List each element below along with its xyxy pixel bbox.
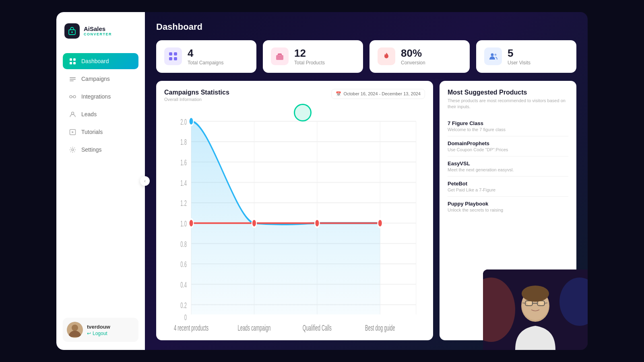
- products-subtitle: These products are most recommended to v…: [448, 98, 568, 110]
- sidebar-item-campaigns[interactable]: Campaigns: [63, 71, 138, 87]
- integrations-icon: [68, 93, 76, 101]
- svg-text:Qualified Calls: Qualified Calls: [303, 323, 332, 332]
- users-stat-icon: [484, 47, 502, 65]
- logo-text: AiSales CONVERTER: [84, 26, 112, 37]
- product-item-4[interactable]: Puppy Playbook Unlock the secrets to rai…: [448, 197, 568, 216]
- stat-card-campaigns: 4 Total Campaigns: [156, 40, 256, 73]
- conversion-stat-number: 80%: [401, 47, 425, 59]
- conversion-stat-icon: [378, 47, 395, 65]
- stat-card-products: 12 Total Products: [263, 40, 363, 73]
- video-svg: [483, 269, 588, 350]
- chart-svg: 2.0 1.8 1.6 1.4 1.2 1.0 0.8 0.6 0.4 0.2 …: [164, 107, 425, 335]
- logout-button[interactable]: ↩ Logout: [87, 331, 134, 336]
- sidebar-label-settings: Settings: [81, 146, 102, 153]
- settings-icon: [68, 146, 76, 154]
- sidebar-label-integrations: Integrations: [81, 93, 111, 100]
- svg-point-50: [189, 117, 193, 125]
- sidebar-item-integrations[interactable]: Integrations: [63, 88, 138, 105]
- product-name-3: PeteBot: [448, 181, 568, 187]
- svg-point-22: [491, 53, 494, 56]
- svg-rect-18: [169, 57, 172, 60]
- logo-title: AiSales: [84, 26, 112, 33]
- product-desc-1: Use Coupon Code "DP":Prices: [448, 147, 568, 152]
- svg-point-23: [495, 54, 497, 56]
- date-range[interactable]: 📅 October 16, 2024 - December 13, 2024: [331, 89, 425, 99]
- product-name-4: Puppy Playbook: [448, 201, 568, 207]
- product-desc-0: Welcome to the 7 figure class: [448, 127, 568, 132]
- svg-text:Best dog guide: Best dog guide: [365, 323, 395, 332]
- users-stat-content: 5 User Visits: [508, 47, 530, 66]
- svg-point-74: [522, 286, 549, 302]
- user-area: tverdouw ↩ Logout: [63, 318, 138, 342]
- svg-point-54: [189, 219, 193, 227]
- product-item-1[interactable]: DomainProphets Use Coupon Code "DP":Pric…: [448, 136, 568, 156]
- svg-point-57: [378, 219, 382, 227]
- svg-text:1.2: 1.2: [180, 198, 187, 207]
- sidebar-item-leads[interactable]: Leads: [63, 106, 138, 122]
- sidebar-item-dashboard[interactable]: Dashboard: [63, 53, 138, 69]
- page-title: Dashboard: [156, 22, 576, 32]
- tutorials-icon: [68, 128, 76, 136]
- svg-rect-17: [174, 52, 177, 56]
- sidebar-item-tutorials[interactable]: Tutorials: [63, 124, 138, 140]
- svg-point-10: [73, 95, 76, 98]
- svg-rect-3: [73, 58, 76, 61]
- svg-point-15: [72, 325, 78, 331]
- logo-area: AiSales CONVERTER: [63, 23, 138, 39]
- campaigns-stat-content: 4 Total Campaigns: [188, 47, 223, 66]
- collapse-button[interactable]: ‹: [140, 176, 150, 186]
- svg-text:0.6: 0.6: [180, 259, 187, 268]
- product-desc-3: Get Paid Like a 7-Figure: [448, 187, 568, 192]
- video-overlay: [483, 269, 588, 350]
- campaigns-stat-number: 4: [188, 47, 223, 59]
- products-title: Most Suggested Products: [448, 89, 568, 96]
- conversion-stat-content: 80% Conversion: [401, 47, 425, 66]
- app-container: AiSales CONVERTER Dashboard: [56, 12, 588, 350]
- chart-area: 2.0 1.8 1.6 1.4 1.2 1.0 0.8 0.6 0.4 0.2 …: [164, 107, 425, 335]
- svg-point-9: [70, 95, 72, 98]
- calendar-icon: 📅: [336, 91, 341, 97]
- campaigns-stat-icon: [164, 47, 182, 65]
- nav-items: Dashboard Campaigns: [63, 53, 138, 310]
- user-info: tverdouw ↩ Logout: [87, 324, 134, 336]
- svg-rect-19: [174, 57, 177, 60]
- svg-point-56: [315, 219, 319, 227]
- chart-header: Campaigns Statistics Overall Information…: [164, 89, 425, 102]
- products-stat-label: Total Products: [294, 60, 325, 66]
- conversion-stat-label: Conversion: [401, 60, 425, 66]
- logout-label: Logout: [93, 331, 107, 336]
- svg-text:0: 0: [184, 313, 187, 321]
- product-name-1: DomainProphets: [448, 140, 568, 146]
- svg-text:1.4: 1.4: [180, 178, 187, 187]
- svg-text:1.0: 1.0: [180, 219, 187, 228]
- product-item-0[interactable]: 7 Figure Class Welcome to the 7 figure c…: [448, 116, 568, 136]
- leads-icon: [68, 110, 76, 118]
- svg-text:1.6: 1.6: [180, 158, 187, 167]
- svg-point-55: [252, 219, 256, 227]
- logo-subtitle: CONVERTER: [84, 32, 112, 36]
- svg-rect-8: [70, 80, 74, 81]
- product-desc-2: Meet the next generation easyvsl.: [448, 167, 568, 172]
- sidebar-label-campaigns: Campaigns: [81, 76, 110, 82]
- dashboard-icon: [68, 57, 76, 65]
- users-stat-number: 5: [508, 47, 530, 59]
- chart-subtitle: Overall Information: [164, 97, 229, 102]
- sidebar-label-leads: Leads: [81, 111, 97, 117]
- svg-text:4 recent products: 4 recent products: [174, 323, 208, 332]
- svg-text:2.0: 2.0: [180, 117, 187, 126]
- stat-card-users: 5 User Visits: [476, 40, 576, 73]
- svg-text:0.2: 0.2: [180, 300, 187, 309]
- svg-point-11: [71, 112, 74, 114]
- svg-rect-7: [70, 79, 76, 80]
- svg-text:0.8: 0.8: [180, 239, 187, 248]
- users-stat-label: User Visits: [508, 60, 530, 66]
- svg-text:0.4: 0.4: [180, 280, 187, 289]
- sidebar-item-settings[interactable]: Settings: [63, 142, 138, 158]
- product-item-2[interactable]: EasyVSL Meet the next generation easyvsl…: [448, 156, 568, 177]
- stat-card-conversion: 80% Conversion: [369, 40, 470, 73]
- user-name: tverdouw: [87, 324, 134, 330]
- sidebar-label-dashboard: Dashboard: [81, 58, 109, 64]
- logout-icon: ↩: [87, 331, 91, 336]
- product-item-3[interactable]: PeteBot Get Paid Like a 7-Figure: [448, 177, 568, 197]
- svg-rect-4: [70, 62, 72, 64]
